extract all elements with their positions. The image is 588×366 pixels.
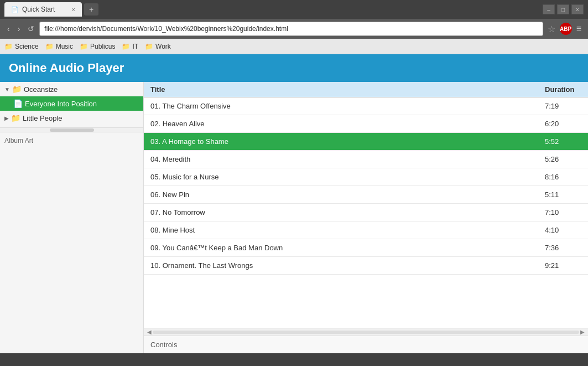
track-duration: 4:10 (538, 221, 588, 239)
minimize-button[interactable]: – (543, 4, 555, 14)
app-title: Online Audio Player (9, 61, 124, 75)
artist-oceansize[interactable]: ▼ 📁 Oceansize (0, 82, 143, 96)
reload-button[interactable]: ↺ (25, 23, 37, 34)
bookmark-folder-icon: 📁 (45, 43, 54, 50)
expand-icon: ▶ (4, 115, 9, 121)
track-row[interactable]: 08. Mine Host4:10 (144, 221, 588, 239)
controls-label: Controls (150, 341, 177, 349)
bookmark-folder-icon: 📁 (122, 43, 130, 50)
col-title-header: Title (144, 85, 538, 94)
album-art-label: Album Art (4, 137, 33, 145)
folder-icon: 📁 (12, 85, 22, 94)
file-icon: 📄 (13, 99, 23, 108)
horizontal-scrollbar[interactable]: ◀ ▶ (144, 328, 588, 336)
bookmark-publicus[interactable]: 📁 Publicus (80, 43, 115, 50)
track-title: 03. A Homage to Shame (144, 133, 538, 150)
track-duration: 7:36 (538, 239, 588, 256)
track-title: 10. Ornament. The Last Wrongs (144, 257, 538, 274)
tracklist-header: Title Duration (144, 82, 588, 97)
adblock-button[interactable]: ABP (560, 23, 572, 35)
track-duration: 6:20 (538, 115, 588, 132)
address-text: file:///home/dervish/Documents/Work/10_W… (44, 25, 288, 33)
track-row[interactable]: 10. Ornament. The Last Wrongs9:21 (144, 257, 588, 275)
track-duration: 8:16 (538, 168, 588, 185)
track-duration: 9:21 (538, 257, 588, 274)
album-art-area: Album Art (0, 132, 143, 243)
bookmark-folder-icon: 📁 (80, 43, 88, 50)
scroll-track[interactable] (153, 331, 579, 334)
address-bar[interactable]: file:///home/dervish/Documents/Work/10_W… (39, 22, 543, 36)
track-title: 08. Mine Host (144, 221, 538, 239)
track-row[interactable]: 01. The Charm Offensive7:19 (144, 97, 588, 115)
track-duration: 5:52 (538, 133, 588, 150)
track-title: 04. Meredith (144, 151, 538, 168)
browser-tab[interactable]: 📄 Quick Start × (4, 2, 82, 17)
close-button[interactable]: × (571, 4, 584, 14)
forward-button[interactable]: › (15, 23, 23, 34)
tracklist-panel: Title Duration 01. The Charm Offensive7:… (144, 82, 588, 353)
track-title: 01. The Charm Offensive (144, 97, 538, 115)
bookmark-folder-icon: 📁 (145, 43, 153, 50)
tab-page-icon: 📄 (11, 6, 19, 13)
tab-close-button[interactable]: × (72, 6, 75, 13)
track-row[interactable]: 07. No Tomorrow7:10 (144, 204, 588, 221)
scroll-left-arrow[interactable]: ◀ (146, 329, 153, 335)
app-header: Online Audio Player (0, 54, 588, 82)
bookmark-music[interactable]: 📁 Music (45, 43, 73, 50)
track-title: 02. Heaven Alive (144, 115, 538, 132)
album-label: Everyone Into Position (25, 100, 97, 108)
tab-title: Quick Start (22, 6, 55, 13)
sidebar: ▼ 📁 Oceansize 📄 Everyone Into Position ▶… (0, 82, 144, 353)
album-everyone-into-position[interactable]: 📄 Everyone Into Position (0, 96, 143, 111)
track-title: 05. Music for a Nurse (144, 168, 538, 185)
track-duration: 7:19 (538, 97, 588, 115)
folder-icon: 📁 (11, 114, 20, 122)
track-row[interactable]: 03. A Homage to Shame5:52 (144, 133, 588, 151)
tracklist-body: 01. The Charm Offensive7:1902. Heaven Al… (144, 97, 588, 328)
back-button[interactable]: ‹ (4, 23, 13, 34)
track-row[interactable]: 05. Music for a Nurse8:16 (144, 168, 588, 186)
bookmark-work-label: Work (155, 43, 171, 50)
browser-menu-button[interactable]: ≡ (574, 24, 584, 34)
track-title: 07. No Tomorrow (144, 204, 538, 221)
bookmark-science-label: Science (15, 43, 39, 50)
bookmark-science[interactable]: 📁 Science (4, 43, 39, 50)
expand-icon: ▼ (4, 86, 10, 92)
track-duration: 5:11 (538, 186, 588, 203)
new-tab-button[interactable]: + (84, 3, 98, 16)
bookmark-it[interactable]: 📁 IT (122, 43, 138, 50)
scroll-right-arrow[interactable]: ▶ (579, 329, 586, 335)
restore-button[interactable]: □ (557, 4, 569, 14)
bookmarks-bar: 📁 Science 📁 Music 📁 Publicus 📁 IT 📁 Work (0, 39, 588, 54)
bookmark-music-label: Music (56, 43, 73, 50)
track-title: 06. New Pin (144, 186, 538, 203)
bookmark-it-label: IT (132, 43, 138, 50)
bookmark-star-button[interactable]: ☆ (545, 24, 558, 34)
track-title: 09. You Canâ€™t Keep a Bad Man Down (144, 239, 538, 256)
track-row[interactable]: 09. You Canâ€™t Keep a Bad Man Down7:36 (144, 239, 588, 257)
bookmark-folder-icon: 📁 (4, 43, 13, 50)
track-duration: 7:10 (538, 204, 588, 221)
track-duration: 5:26 (538, 151, 588, 168)
track-row[interactable]: 06. New Pin5:11 (144, 186, 588, 204)
bookmark-work[interactable]: 📁 Work (145, 43, 171, 50)
track-row[interactable]: 02. Heaven Alive6:20 (144, 115, 588, 133)
artist-little-people[interactable]: ▶ 📁 Little People (0, 111, 143, 125)
artist-little-people-label: Little People (23, 114, 63, 122)
track-row[interactable]: 04. Meredith5:26 (144, 151, 588, 168)
bookmark-publicus-label: Publicus (90, 43, 115, 50)
controls-bar: Controls (144, 336, 588, 353)
artist-oceansize-label: Oceansize (24, 85, 58, 94)
col-duration-header: Duration (538, 85, 588, 94)
